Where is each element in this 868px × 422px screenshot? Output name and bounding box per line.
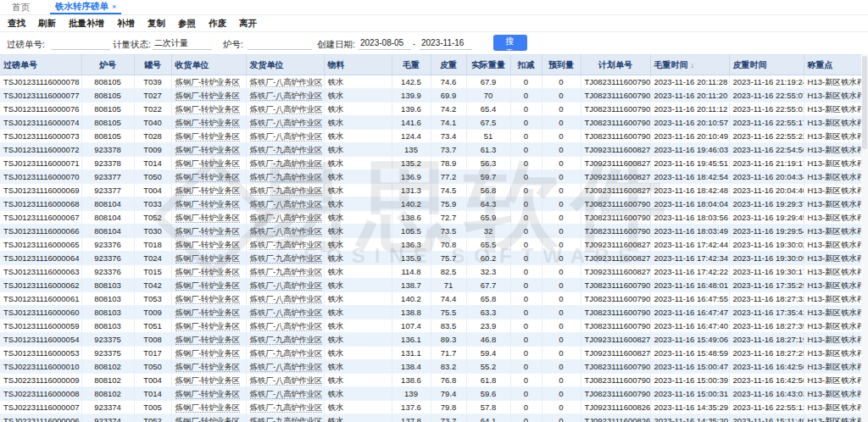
cell: 0 [510,360,542,374]
tab-home[interactable]: 首页 [7,0,35,14]
cell: 2023-11-16 20:10:49 [650,130,729,143]
cell: 铁水 [324,184,392,197]
column-header-11[interactable]: 预到量 [542,55,581,75]
column-header-14[interactable]: 皮重时间 [729,55,804,75]
search-button[interactable]: 搜 索 [493,35,527,51]
cell: 140.2 [392,292,431,306]
tab-close-icon[interactable]: × [112,3,116,11]
cell: 71 [431,279,466,292]
cell: TSJ01231116000060 [0,306,81,319]
cell: 59.7 [466,170,510,184]
cell: H13-新区铁水秤 [804,157,861,170]
column-header-5[interactable]: 发货单位 [246,55,324,75]
column-header-15[interactable]: 称重点 [804,55,861,75]
date-to-input[interactable] [420,36,472,50]
cell: 136.1 [392,333,431,347]
toolbar-copy-button[interactable]: 复制 [147,18,165,30]
cell: 铁水 [324,225,392,238]
table-row[interactable]: TSJ01231116000070923377T050炼钢厂-转炉业务区炼铁厂-… [0,170,861,184]
cell: TJ08231116007905 [581,197,650,211]
table-row[interactable]: TSJ01231116000072923378T009炼钢厂-转炉业务区炼铁厂-… [0,143,861,157]
vertical-scrollbar[interactable] [861,54,868,422]
table-row[interactable]: TSJ01231116000077808105T027炼钢厂-转炉业务区炼铁厂-… [0,89,861,103]
cell: 0 [542,143,581,157]
table-row[interactable]: TSJ01231116000063923376T015炼钢厂-转炉业务区炼铁厂-… [0,265,861,279]
column-header-7[interactable]: 毛重 [392,55,431,75]
table-row[interactable]: TSJ01231116000059808103T051炼钢厂-转炉业务区炼铁厂-… [0,319,861,333]
table-row[interactable]: TSJ01231116000066808104T030炼钢厂-转炉业务区炼铁厂-… [0,225,861,238]
column-header-3[interactable]: 罐号 [134,55,171,75]
create-date-label: 创建日期: [317,39,355,51]
cell: 2023-11-16 15:00:31 [650,387,729,401]
weigh-no-input[interactable] [51,36,110,50]
column-header-12[interactable]: 计划单号 [581,55,650,75]
toolbar-batch-add-button[interactable]: 批量补增 [69,18,104,30]
cell: 923378 [81,143,134,157]
table-row[interactable]: TSJ01231116000062808103T042炼钢厂-转炉业务区炼铁厂-… [0,279,861,292]
table-row[interactable]: TSJ01231116000064923376T024炼钢厂-转炉业务区炼铁厂-… [0,252,861,265]
table-row[interactable]: TSJ02231116000010808102T050炼钢厂-转炉业务区炼铁厂-… [0,360,861,374]
cell: TSJ01231116000054 [0,333,81,347]
table-row[interactable]: TSJ02231116000007923374T005炼钢厂-转炉业务区炼铁厂-… [0,401,861,414]
column-header-2[interactable]: 炉号 [81,55,134,75]
cell: 炼铁厂-八高炉作业区 [246,360,324,374]
column-header-6[interactable]: 物料 [324,55,392,75]
cell: 808105 [81,103,134,116]
toolbar-leave-button[interactable]: 离开 [239,18,257,30]
cell: 铁水 [324,103,392,116]
toolbar-find-button[interactable]: 查找 [8,18,25,30]
cell: 74.4 [431,292,466,306]
table-row[interactable]: TSJ02231116000006923374T052炼钢厂-转炉业务区炼铁厂-… [0,414,861,422]
cell: 炼钢厂-转炉业务区 [171,130,246,143]
cell: 75.9 [431,197,466,211]
cell: 59.4 [466,347,510,360]
cell: 74.6 [431,75,466,89]
cell: TSJ01231116000070 [0,170,81,184]
cell: 32.3 [466,265,510,279]
toolbar-refresh-button[interactable]: 刷新 [38,18,56,30]
furnace-no-input[interactable] [248,36,312,50]
table-row[interactable]: TSJ01231116000053923375T017炼钢厂-转炉业务区炼铁厂-… [0,347,861,360]
cell: 0 [510,252,542,265]
table-row[interactable]: TSJ01231116000067808104T052炼钢厂-转炉业务区炼铁厂-… [0,211,861,225]
toolbar-void-button[interactable]: 作废 [209,18,226,30]
cell: H13-新区铁水秤 [804,306,861,319]
table-row[interactable]: TSJ01231116000061808103T053炼钢厂-转炉业务区炼铁厂-… [0,292,861,306]
column-header-9[interactable]: 实际重量 [466,55,510,75]
table-row[interactable]: TSJ01231116000076808105T022炼钢厂-转炉业务区炼铁厂-… [0,103,861,116]
table-row[interactable]: TSJ01231116000074808105T040炼钢厂-转炉业务区炼铁厂-… [0,116,861,130]
cell: TJ09231116008269 [581,401,650,414]
table-row[interactable]: TSJ01231116000068808104T033炼钢厂-转炉业务区炼铁厂-… [0,197,861,211]
scrollbar-thumb[interactable] [862,56,867,149]
column-header-8[interactable]: 皮重 [431,55,466,75]
cell: 炼铁厂-九高炉作业区 [246,265,324,279]
metering-status-input[interactable] [153,36,212,50]
table-row[interactable]: TSJ01231116000060808103T009炼钢厂-转炉业务区炼铁厂-… [0,306,861,319]
tab-molten-iron-transfer[interactable]: 铁水转序磅单 × [50,0,121,14]
table-row[interactable]: TSJ01231116000073808105T028炼钢厂-转炉业务区炼铁厂-… [0,130,861,143]
table-row[interactable]: TSJ01231116000078808105T039炼钢厂-转炉业务区炼铁厂-… [0,75,861,89]
table-row[interactable]: TSJ01231116000054923375T008炼钢厂-转炉业务区炼铁厂-… [0,333,861,347]
cell: 0 [542,184,581,197]
date-from-input[interactable] [359,36,411,50]
cell: 923374 [81,401,134,414]
cell: 2023-11-16 20:04:34 [729,170,804,184]
cell: 73.4 [431,130,466,143]
table-row[interactable]: TSJ01231116000065923376T018炼钢厂-转炉业务区炼铁厂-… [0,238,861,252]
column-header-10[interactable]: 扣减 [510,55,542,75]
cell: 炼铁厂-八高炉作业区 [246,211,324,225]
table-row[interactable]: TSJ02231116000009808102T004炼钢厂-转炉业务区炼铁厂-… [0,374,861,387]
cell: 138.6 [392,211,431,225]
column-header-13[interactable]: 毛重时间↓ [650,55,729,75]
table-row[interactable]: TSJ01231116000069923377T004炼钢厂-转炉业务区炼铁厂-… [0,184,861,197]
column-header-1[interactable]: 过磅单号 [0,55,81,75]
cell: TJ09231116008273 [581,143,650,157]
cell: TJ09231116008273 [581,157,650,170]
column-header-4[interactable]: 收货单位 [171,55,246,75]
cell: T028 [134,130,171,143]
cell: 2023-11-16 19:46:03 [650,143,729,157]
table-row[interactable]: TSJ02231116000008808102T014炼钢厂-转炉业务区炼铁厂-… [0,387,861,401]
toolbar-add-button[interactable]: 补增 [117,18,135,30]
table-row[interactable]: TSJ01231116000071923378T014炼钢厂-转炉业务区炼铁厂-… [0,157,861,170]
toolbar-reference-button[interactable]: 参照 [178,18,196,30]
